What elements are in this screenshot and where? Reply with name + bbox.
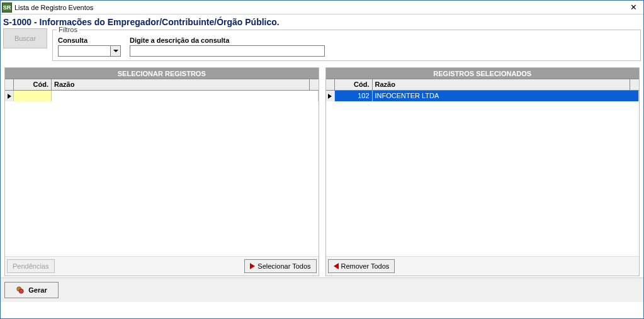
column-header-end [630, 79, 639, 90]
consulta-combobox[interactable] [58, 45, 121, 57]
table-row[interactable]: 102 INFOCENTER LTDA [326, 91, 640, 101]
page-title: S-1000 - Informações do Empregador/Contr… [3, 17, 641, 27]
pendencias-label: Pendências [13, 262, 49, 270]
descricao-label: Digite a descrição da consulta [130, 36, 325, 44]
left-panel-title: SELECIONAR REGISTROS [5, 68, 319, 79]
remover-todos-label: Remover Todos [341, 262, 390, 270]
cell-cod[interactable] [14, 91, 52, 101]
consulta-label: Consulta [58, 36, 121, 44]
bottom-bar: Gerar [1, 277, 643, 302]
arrow-left-icon [334, 263, 339, 269]
left-panel-footer: Pendências Selecionar Todos [5, 256, 319, 276]
pendencias-button: Pendências [7, 259, 55, 273]
window-title: Lista de Registro Eventos [14, 4, 624, 11]
close-button[interactable]: ✕ [624, 2, 642, 13]
remover-todos-button[interactable]: Remover Todos [328, 259, 395, 273]
row-selector-header [5, 79, 14, 90]
gear-icon [16, 286, 25, 294]
right-panel: REGISTROS SELECIONADOS Cód. Razão 102 IN… [325, 67, 640, 276]
left-grid-header: Cód. Razão [5, 79, 319, 91]
left-grid-body[interactable] [5, 91, 319, 256]
right-panel-title: REGISTROS SELECIONADOS [326, 68, 640, 79]
chevron-down-icon[interactable] [110, 46, 120, 56]
column-header-razao[interactable]: Razão [373, 79, 631, 90]
column-header-cod[interactable]: Cód. [14, 79, 52, 90]
cell-razao[interactable]: INFOCENTER LTDA [373, 91, 640, 101]
buscar-button: Buscar [3, 28, 47, 48]
svg-point-1 [20, 289, 24, 293]
window-titlebar: SR Lista de Registro Eventos ✕ [1, 1, 643, 14]
filtros-legend: Filtros [57, 26, 79, 33]
app-icon: SR [2, 3, 12, 13]
right-grid-body[interactable]: 102 INFOCENTER LTDA [326, 91, 640, 256]
page-header: S-1000 - Informações do Empregador/Contr… [1, 14, 643, 28]
row-pointer-icon [5, 91, 14, 101]
row-pointer-icon [326, 91, 335, 101]
right-grid-header: Cód. Razão [326, 79, 640, 91]
descricao-input[interactable] [130, 45, 325, 57]
column-header-cod[interactable]: Cód. [335, 79, 373, 90]
top-controls: Buscar Filtros Consulta Digite a descriç… [1, 28, 643, 64]
cell-razao[interactable] [52, 91, 319, 101]
row-selector-header [326, 79, 335, 90]
arrow-right-icon [250, 263, 255, 269]
table-row[interactable] [5, 91, 319, 101]
selecionar-todos-button[interactable]: Selecionar Todos [244, 259, 316, 273]
selecionar-todos-label: Selecionar Todos [257, 262, 310, 270]
filtros-group: Filtros Consulta Digite a descrição da c… [52, 30, 641, 61]
left-panel: SELECIONAR REGISTROS Cód. Razão Pendênci… [4, 67, 319, 276]
gerar-button[interactable]: Gerar [4, 282, 59, 298]
column-header-end [310, 79, 319, 90]
column-header-razao[interactable]: Razão [52, 79, 310, 90]
gerar-label: Gerar [28, 286, 47, 294]
cell-cod[interactable]: 102 [335, 91, 373, 101]
right-panel-footer: Remover Todos [326, 256, 640, 276]
panels-container: SELECIONAR REGISTROS Cód. Razão Pendênci… [1, 64, 643, 277]
